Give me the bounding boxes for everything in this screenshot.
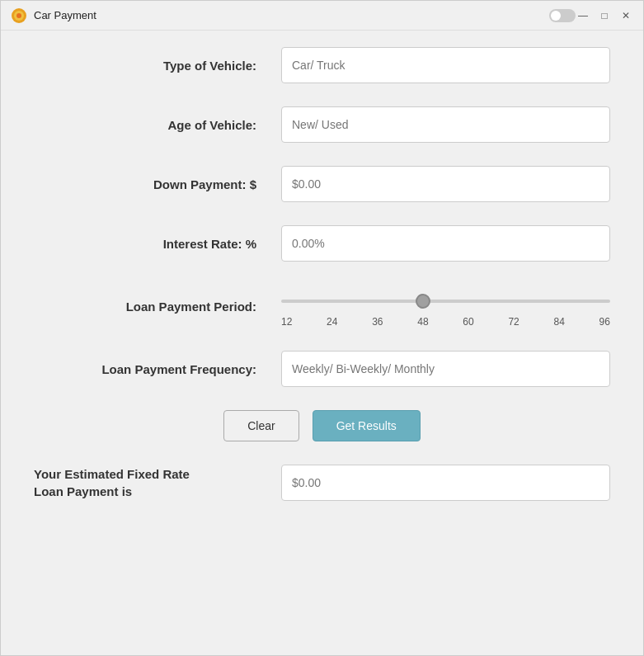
down-payment-label: Down Payment: $ (34, 177, 281, 191)
down-payment-row: Down Payment: $ (34, 166, 610, 202)
close-button[interactable]: ✕ (618, 8, 633, 23)
get-results-button[interactable]: Get Results (313, 410, 421, 441)
vehicle-age-label: Age of Vehicle: (34, 118, 281, 132)
maximize-button[interactable]: □ (597, 8, 612, 23)
title-bar-controls: — □ ✕ (576, 8, 633, 23)
vehicle-type-label: Type of Vehicle: (34, 59, 281, 73)
result-label: Your Estimated Fixed RateLoan Payment is (34, 465, 281, 500)
slider-label-48: 48 (417, 316, 428, 328)
vehicle-type-input[interactable] (281, 47, 610, 83)
title-bar: Car Payment — □ ✕ (1, 1, 643, 31)
vehicle-type-row: Type of Vehicle: (34, 47, 610, 83)
result-label-text: Your Estimated Fixed RateLoan Payment is (34, 467, 190, 498)
result-row: Your Estimated Fixed RateLoan Payment is (34, 465, 610, 501)
loan-period-slider[interactable] (281, 300, 610, 303)
app-icon (11, 7, 27, 24)
result-input[interactable] (281, 465, 610, 501)
interest-rate-input[interactable] (281, 225, 610, 262)
slider-container: 12 24 36 48 60 72 84 96 (281, 285, 610, 328)
slider-label-60: 60 (463, 316, 473, 328)
slider-label-12: 12 (281, 316, 292, 328)
toggle-switch[interactable] (549, 9, 576, 22)
slider-label-72: 72 (508, 316, 519, 328)
slider-wrapper (281, 285, 610, 313)
svg-point-2 (16, 13, 21, 18)
buttons-row: Clear Get Results (34, 410, 610, 441)
interest-rate-label: Interest Rate: % (34, 237, 281, 251)
window-content: Type of Vehicle: Age of Vehicle: Down Pa… (1, 31, 643, 655)
minimize-button[interactable]: — (576, 8, 590, 23)
vehicle-age-input[interactable] (281, 106, 610, 143)
slider-label-84: 84 (553, 316, 564, 328)
down-payment-input[interactable] (281, 166, 610, 202)
main-window: Car Payment — □ ✕ Type of Vehicle: Age o… (0, 0, 644, 656)
frequency-input[interactable] (281, 351, 610, 387)
frequency-label: Loan Payment Frequency: (34, 362, 281, 376)
loan-period-label: Loan Payment Period: (34, 300, 281, 314)
slider-label-24: 24 (327, 316, 337, 328)
clear-button[interactable]: Clear (223, 410, 298, 441)
loan-period-row: Loan Payment Period: 12 24 36 48 60 72 8… (34, 285, 610, 328)
slider-label-36: 36 (372, 316, 383, 328)
window-title: Car Payment (34, 9, 546, 21)
slider-label-96: 96 (599, 316, 610, 328)
frequency-row: Loan Payment Frequency: (34, 351, 610, 387)
interest-rate-row: Interest Rate: % (34, 225, 610, 262)
slider-labels: 12 24 36 48 60 72 84 96 (281, 316, 610, 328)
vehicle-age-row: Age of Vehicle: (34, 106, 610, 143)
